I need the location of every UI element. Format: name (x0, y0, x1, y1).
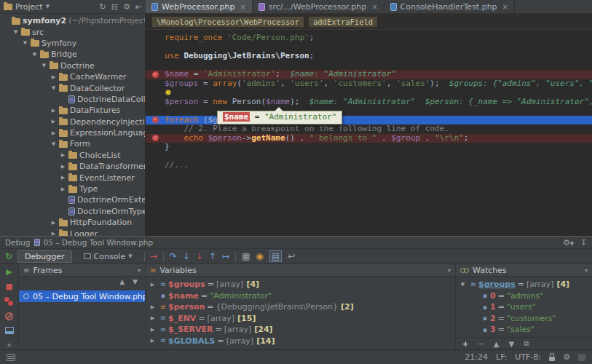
stop-button[interactable]: ■ (5, 282, 12, 290)
tree-collapsed-icon[interactable]: ▶ (60, 152, 66, 158)
step-over-icon[interactable]: ↷ (170, 251, 177, 261)
line-ending[interactable]: LF: (496, 352, 507, 362)
intention-bulb-icon[interactable] (165, 90, 171, 95)
tree-item[interactable]: ▼Form (0, 138, 145, 149)
add-watch-button[interactable]: + (462, 340, 468, 348)
frame-down-icon[interactable]: ▼ (133, 278, 138, 288)
variable-row[interactable]: ▶≡$GLOBALS=[array][14] (146, 336, 455, 347)
editor-tab[interactable]: WebProcessor.php× (146, 0, 253, 13)
tree-collapsed-icon[interactable]: ▶ (60, 175, 66, 181)
gutter[interactable]: ✓ (146, 70, 165, 79)
duplicate-watch-button[interactable]: ⧉ (524, 339, 529, 348)
encoding[interactable]: UTF-8: (515, 352, 541, 362)
lock-icon[interactable] (549, 357, 555, 361)
code-line[interactable]: use Debugging\JetBrains\Person; (146, 52, 592, 61)
tree-item[interactable]: ▶Type (0, 183, 145, 194)
variable-row[interactable]: ▼≡$groups=[array][4] (456, 279, 592, 290)
code-line[interactable]: $groups = array('admins', 'users', 'cust… (146, 79, 592, 89)
hide-window-icon[interactable]: ↧ (580, 238, 587, 247)
tree-item[interactable]: DoctrineOrmTypeG (0, 206, 145, 217)
breakpoint-icon[interactable]: ✓ (152, 135, 159, 141)
gutter[interactable]: ✓ (146, 134, 165, 143)
tree-item[interactable]: ▶DataFixtures (0, 105, 145, 116)
restore-layout-button[interactable] (5, 327, 14, 334)
code-line[interactable]: ✓ echo $person->getName() . " belongs to… (146, 134, 592, 143)
variable-row[interactable]: ▪2="customers" (456, 313, 592, 325)
close-icon[interactable]: × (240, 3, 245, 11)
tree-item[interactable]: ▶ChoiceList (0, 150, 145, 161)
expander-closed-icon[interactable]: ▶ (147, 338, 158, 344)
variable-row[interactable]: ▪$name="Administrator" (146, 290, 455, 302)
tree-collapsed-icon[interactable]: ▶ (50, 231, 57, 236)
gutter[interactable] (146, 106, 165, 116)
tree-collapsed-icon[interactable]: ▶ (50, 108, 57, 114)
collapse-all-icon[interactable]: ⊟ (111, 2, 118, 12)
tree-collapsed-icon[interactable]: ▶ (50, 74, 57, 80)
tree-item[interactable]: ▼src (0, 26, 145, 37)
tree-collapsed-icon[interactable]: ▶ (60, 186, 66, 192)
code-line[interactable] (146, 61, 592, 71)
variable-row[interactable]: ▶≡$groups=[array][4] (146, 279, 455, 290)
tree-expanded-icon[interactable]: ▼ (50, 141, 57, 147)
debug-settings-icon[interactable]: ⚙▼ (563, 238, 574, 248)
gutter[interactable] (146, 52, 165, 61)
breadcrumb-method[interactable]: addExtraField (309, 17, 377, 27)
tree-item[interactable]: ▶ExpressionLanguage (0, 127, 145, 138)
code-line[interactable] (146, 88, 592, 98)
variable-row[interactable]: ▶≡$person={Debugging\JetBrains\Person}[2… (146, 301, 455, 313)
settings-icon[interactable]: ⚙ (123, 2, 130, 12)
editor-tab[interactable]: ConsoleHandlerTest.php× (384, 0, 515, 13)
code-line[interactable] (146, 106, 592, 116)
code-line[interactable]: } (146, 143, 592, 152)
expander-closed-icon[interactable]: ▶ (147, 282, 158, 288)
tab-debugger[interactable]: Debugger (17, 250, 71, 263)
tree-collapsed-icon[interactable]: ▶ (60, 164, 66, 170)
gutter[interactable] (146, 88, 165, 98)
code-line[interactable]: require_once 'Code/Person.php'; (146, 33, 592, 43)
restore-layout-icon[interactable]: ↩ (288, 251, 295, 261)
frame-up-icon[interactable]: ▲ (119, 278, 125, 288)
more-options-button[interactable]: » (7, 341, 11, 349)
gutter[interactable] (146, 98, 165, 107)
tree-collapsed-icon[interactable]: ▶ (50, 130, 57, 136)
tree-item[interactable]: ▼Doctrine (0, 60, 145, 71)
evaluate-expression-icon[interactable]: ▦ (242, 251, 250, 261)
gutter[interactable] (146, 124, 165, 134)
project-panel-header[interactable]: Project ▼ ↻⊟⚙⇤ (0, 0, 146, 13)
expander-closed-icon[interactable]: ▶ (147, 315, 158, 321)
breakpoint-icon[interactable]: ✓ (152, 116, 159, 123)
panel-menu-icon[interactable]: ▾ (138, 267, 141, 274)
mute-breakpoints-button[interactable] (5, 312, 13, 320)
code-line[interactable]: ✓foreach ($g (146, 116, 592, 125)
step-out-icon[interactable]: ↑ (209, 251, 216, 261)
tree-item[interactable]: ▼DataCollector (0, 82, 145, 93)
tree-item[interactable]: ▶Logger (0, 228, 145, 236)
tree-collapsed-icon[interactable]: ▶ (50, 220, 57, 226)
gutter[interactable] (146, 79, 165, 89)
resume-button[interactable]: ▶ (6, 268, 12, 276)
view-breakpoints-button[interactable] (4, 297, 14, 306)
tree-expanded-icon[interactable]: ▼ (41, 63, 47, 68)
tree-item[interactable]: symfony2 (~/PhpstormProjects/symfo (0, 15, 145, 26)
move-watch-up-button[interactable]: ▲ (494, 340, 500, 348)
remove-watch-button[interactable]: − (478, 340, 484, 348)
layout-icon[interactable]: ▤ (269, 250, 282, 262)
breakpoint-icon[interactable]: ✓ (152, 71, 159, 78)
variable-row[interactable]: ▶≡$_SERVER=[array][24] (146, 324, 455, 336)
sync-icon[interactable]: ↻ (99, 2, 106, 12)
code-line[interactable]: // 2. Place a breakpoint on the followin… (146, 124, 592, 134)
tree-item[interactable]: ▶HttpFoundation (0, 217, 145, 228)
code-line[interactable]: $person = new Person($name); $name: "Adm… (146, 98, 592, 107)
gutter[interactable] (146, 61, 165, 71)
tree-item[interactable]: ▶DependencyInjection (0, 116, 145, 127)
tree-item[interactable]: DoctrineDataCollec (0, 94, 145, 105)
tree-item[interactable]: ▶DataTransformer (0, 161, 145, 172)
caret-position[interactable]: 21:24 (465, 352, 488, 362)
variable-row[interactable]: ▪3="sales" (456, 324, 592, 336)
tree-item[interactable]: DoctrineOrmExtens (0, 194, 145, 205)
variable-row[interactable]: ▪1="users" (456, 301, 592, 313)
panel-menu-icon[interactable]: ▾ (585, 267, 588, 274)
tree-expanded-icon[interactable]: ▼ (12, 29, 19, 35)
tree-item[interactable]: ▶EventListener (0, 172, 145, 183)
tree-expanded-icon[interactable]: ▼ (22, 40, 28, 46)
